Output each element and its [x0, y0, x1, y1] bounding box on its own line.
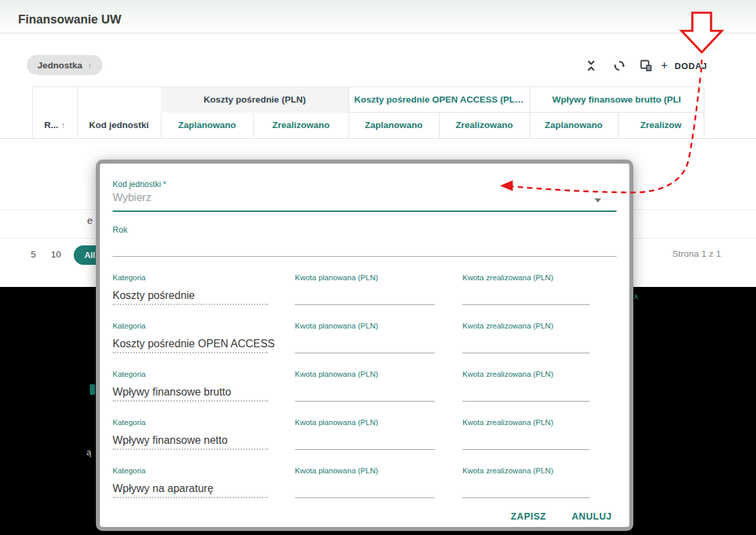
refresh-icon[interactable]: [613, 59, 626, 72]
kategoria-label: Kategoria: [113, 274, 145, 282]
sort-asc-icon: ↑: [61, 121, 65, 130]
kategoria-field-disabled: [113, 389, 268, 402]
export-icon[interactable]: [639, 59, 653, 72]
kwota-planowana-label: Kwota planowana (PLN): [295, 370, 378, 378]
collapse-rows-icon[interactable]: [584, 59, 598, 72]
kwota-zrealizowana-label: Kwota zrealizowana (PLN): [462, 467, 554, 475]
group-header-koszty-posrednie[interactable]: Koszty pośrednie (PLN): [161, 87, 349, 113]
sort-asc-icon: ↑: [88, 60, 92, 70]
kwota-planowana-input[interactable]: [295, 437, 435, 450]
app-window: Finansowanie UW Jednostka ↑ + DODAJ: [0, 0, 756, 535]
page-size-5[interactable]: 5: [31, 249, 36, 259]
page-size-10[interactable]: 10: [51, 249, 61, 259]
kwota-zrealizowana-input[interactable]: [462, 341, 590, 353]
kod-jednostki-select[interactable]: Wybierz: [113, 192, 151, 204]
hidden-text-fragment: e: [87, 215, 92, 226]
hidden-text-fragment: ∧: [633, 292, 639, 301]
table-vline: [704, 87, 704, 138]
subheader-zaplanowano-1[interactable]: Zaplanowano: [161, 113, 253, 138]
kod-jednostki-label: Kod jednostki *: [113, 180, 166, 189]
kwota-planowana-input[interactable]: [295, 485, 435, 498]
kwota-planowana-label: Kwota planowana (PLN): [295, 322, 378, 330]
pagination-status: Strona 1 z 1: [672, 249, 721, 259]
chip-label: Jednostka: [38, 60, 82, 70]
kwota-zrealizowana-label: Kwota zrealizowana (PLN): [462, 370, 554, 378]
column-header-kod-label: Kod jednostki: [89, 120, 149, 130]
kategoria-field-disabled: [113, 437, 268, 450]
kwota-zrealizowana-label: Kwota zrealizowana (PLN): [462, 322, 554, 330]
jednostka-sort-chip[interactable]: Jednostka ↑: [27, 55, 103, 75]
rok-label: Rok: [113, 225, 127, 235]
subheader-zrealizowano-3[interactable]: Zrealizow: [618, 113, 704, 138]
group-header-koszty-open-access[interactable]: Koszty pośrednie OPEN ACCESS (PL…: [349, 87, 529, 113]
kwota-zrealizowana-input[interactable]: [462, 437, 590, 450]
select-underline: [113, 211, 617, 212]
kwota-zrealizowana-input[interactable]: [462, 485, 590, 498]
table-border-bottom: [0, 138, 756, 139]
kwota-planowana-label: Kwota planowana (PLN): [295, 418, 378, 426]
kwota-planowana-label: Kwota planowana (PLN): [295, 274, 378, 282]
subheader-zrealizowano-2[interactable]: Zrealizowano: [439, 113, 529, 138]
kategoria-field-disabled: [113, 485, 268, 498]
add-entry-dialog: Kod jednostki * Wybierz Rok Kategoria Ko…: [96, 160, 633, 531]
kategoria-label: Kategoria: [113, 418, 145, 426]
save-button[interactable]: ZAPISZ: [511, 511, 546, 522]
subheader-zaplanowano-2[interactable]: Zaplanowano: [349, 113, 439, 138]
rok-input[interactable]: [113, 244, 617, 257]
kwota-zrealizowana-input[interactable]: [462, 389, 590, 402]
kwota-planowana-input[interactable]: [295, 292, 435, 305]
kwota-zrealizowana-label: Kwota zrealizowana (PLN): [462, 418, 554, 426]
kategoria-field-disabled: [113, 341, 268, 353]
kategoria-label: Kategoria: [113, 467, 145, 475]
page-title: Finansowanie UW: [18, 13, 121, 27]
column-header-rok-label: R...: [44, 120, 58, 130]
kwota-planowana-input[interactable]: [295, 389, 435, 402]
plus-icon: +: [661, 60, 668, 72]
hidden-ui-fragment: [90, 384, 95, 395]
kwota-planowana-label: Kwota planowana (PLN): [295, 467, 378, 475]
hidden-text-fragment: ą: [86, 447, 91, 457]
column-header-rok[interactable]: R...↑: [32, 113, 77, 138]
dropdown-arrow-icon[interactable]: [594, 198, 601, 202]
column-header-kod-jednostki[interactable]: Kod jednostki: [77, 113, 161, 138]
kwota-zrealizowana-label: Kwota zrealizowana (PLN): [462, 274, 554, 282]
kwota-planowana-input[interactable]: [295, 341, 435, 353]
group-header-wplywy-brutto[interactable]: Wpływy finansowe brutto (PLI: [529, 87, 704, 113]
kategoria-field-disabled: [113, 292, 268, 305]
kwota-zrealizowana-input[interactable]: [462, 292, 590, 305]
add-button-label: DODAJ: [675, 61, 708, 71]
kategoria-label: Kategoria: [113, 370, 145, 378]
subheader-zaplanowano-3[interactable]: Zaplanowano: [529, 113, 618, 138]
kategoria-label: Kategoria: [113, 322, 145, 330]
add-button[interactable]: + DODAJ: [661, 59, 707, 72]
subheader-zrealizowano-1[interactable]: Zrealizowano: [253, 113, 349, 138]
cancel-button[interactable]: ANULUJ: [572, 511, 612, 522]
